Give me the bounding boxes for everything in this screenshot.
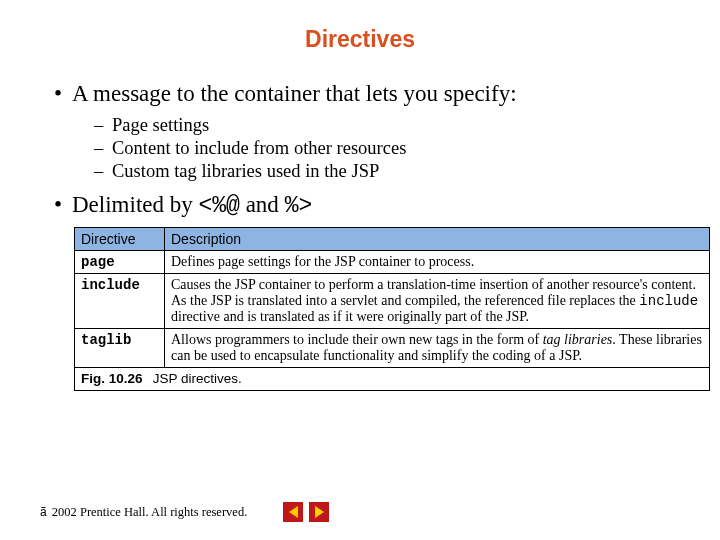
next-button[interactable] [309,502,329,522]
col-directive: Directive [75,228,165,251]
directive-name: include [75,274,165,329]
directive-name: page [75,251,165,274]
directives-table: Directive Description page Defines page … [74,227,710,391]
slide-title: Directives [40,26,680,53]
copyright-text: ã 2002 Prentice Hall. All rights reserve… [40,505,247,520]
bullet-1: •A message to the container that lets yo… [54,81,680,107]
sub-bullet-2: –Content to include from other resources [94,138,680,159]
code-open-delim: <%@ [198,193,239,219]
arrow-left-icon [289,506,298,518]
prev-button[interactable] [283,502,303,522]
bullet-1-text: A message to the container that lets you… [72,81,517,106]
table-caption-row: Fig. 10.26 JSP directives. [75,368,710,391]
bullet-2: •Delimited by <%@ and %> [54,192,680,219]
arrow-right-icon [315,506,324,518]
table-row: page Defines page settings for the JSP c… [75,251,710,274]
code-close-delim: %> [285,193,313,219]
figure-caption: JSP directives. [153,371,242,386]
sub-bullet-1: –Page settings [94,115,680,136]
sub-bullet-3: –Custom tag libraries used in the JSP [94,161,680,182]
table-row: include Causes the JSP container to perf… [75,274,710,329]
directive-name: taglib [75,329,165,368]
table-header-row: Directive Description [75,228,710,251]
col-description: Description [165,228,710,251]
figure-label: Fig. 10.26 [81,371,143,386]
table-row: taglib Allows programmers to include the… [75,329,710,368]
directive-desc: Causes the JSP container to perform a tr… [165,274,710,329]
slide-footer: ã 2002 Prentice Hall. All rights reserve… [40,502,680,522]
directive-desc: Allows programmers to include their own … [165,329,710,368]
directive-desc: Defines page settings for the JSP contai… [165,251,710,274]
